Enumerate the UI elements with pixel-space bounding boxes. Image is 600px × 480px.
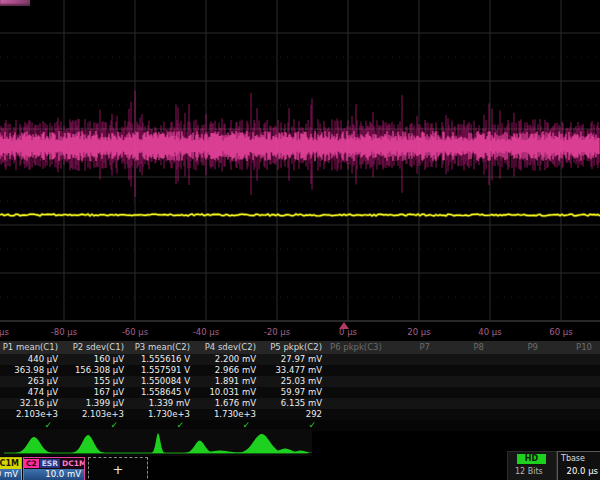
- hd-mode-badge: HD: [517, 454, 546, 464]
- time-tick-label: 20 µs: [407, 327, 430, 337]
- c1-coupling: DC1M: [0, 459, 19, 468]
- measurement-value-cell: [384, 376, 438, 387]
- measurement-stat-row: 263 µV155 µV1.550084 V1.891 mV25.03 mV: [0, 376, 600, 387]
- measurement-value-cell: 27.97 mV: [264, 354, 330, 365]
- measurement-value-cell: 160 µV: [66, 354, 132, 365]
- measurement-value-cell: [384, 354, 438, 365]
- c2-coupling: DC1M: [62, 459, 84, 468]
- measurement-header-p10[interactable]: P10: [546, 341, 600, 354]
- timebase-label: Tbase: [561, 454, 585, 463]
- measurement-value-cell: 1.891 mV: [198, 376, 264, 387]
- measurement-value-cell: 1.730e+3: [132, 409, 198, 420]
- time-tick-label: -100 µs: [0, 327, 9, 337]
- trigger-position-marker[interactable]: [339, 322, 349, 329]
- measurement-table: P1 mean(C1)P2 sdev(C1)P3 mean(C2)P4 sdev…: [0, 341, 600, 431]
- measurement-value-cell: [492, 354, 546, 365]
- time-tick-label: -80 µs: [51, 327, 77, 337]
- c1-title-row: C1 DC1M: [0, 458, 21, 469]
- measurement-value-cell: 1.555616 V: [132, 354, 198, 365]
- histicon-peak: [238, 434, 286, 453]
- timebase-descriptor[interactable]: Tbase 20.0 µs: [557, 451, 600, 480]
- measurement-header-p6[interactable]: P6 pkpk(C3): [330, 341, 384, 354]
- measurement-value-cell: [438, 354, 492, 365]
- measurement-value-cell: [438, 409, 492, 420]
- measurement-value-cell: [546, 409, 600, 420]
- measurement-value-cell: [546, 376, 600, 387]
- measurement-value-cell: 1.558645 V: [132, 387, 198, 398]
- measurement-value-cell: [330, 387, 384, 398]
- measurement-value-cell: [384, 387, 438, 398]
- bit-resolution: 12 Bits: [515, 467, 543, 476]
- measurement-value-cell: 6.135 mV: [264, 398, 330, 409]
- measurement-value-cell: [330, 376, 384, 387]
- measurement-header-p7[interactable]: P7: [384, 341, 438, 354]
- measurement-header-p4[interactable]: P4 sdev(C2): [198, 341, 264, 354]
- measurement-value-cell: [492, 376, 546, 387]
- measurement-stat-row: 2.103e+32.103e+31.730e+31.730e+3292: [0, 409, 600, 420]
- measurement-value-cell: 156.308 µV: [66, 365, 132, 376]
- measurement-value-cell: [492, 365, 546, 376]
- measurement-value-cell: [384, 398, 438, 409]
- measurement-header-p5[interactable]: P5 pkpk(C2): [264, 341, 330, 354]
- measurement-value-cell: [492, 398, 546, 409]
- measurement-value-cell: [492, 409, 546, 420]
- histicon-peak: [71, 435, 105, 453]
- measurement-stat-row: 474 µV167 µV1.558645 V10.031 mV59.97 mV: [0, 387, 600, 398]
- c2-label: C2: [24, 459, 39, 468]
- measurement-value-cell: 2.966 mV: [198, 365, 264, 376]
- measurement-header-p2[interactable]: P2 sdev(C1): [66, 341, 132, 354]
- measurement-value-cell: [330, 409, 384, 420]
- c2-title-row: C2 ESR DC1M: [24, 458, 84, 469]
- measurement-value-cell: [438, 398, 492, 409]
- measurement-value-cell: 1.730e+3: [198, 409, 264, 420]
- measurement-value-cell: 59.97 mV: [264, 387, 330, 398]
- measurement-value-cell: 2.200 mV: [198, 354, 264, 365]
- measurement-value-cell: [546, 387, 600, 398]
- measurement-value-cell: 25.03 mV: [264, 376, 330, 387]
- histicon-peak: [185, 441, 215, 453]
- measurement-value-cell: 292: [264, 409, 330, 420]
- time-tick-label: -60 µs: [122, 327, 148, 337]
- measurement-value-cell: [438, 376, 492, 387]
- add-trace-slot[interactable]: +: [88, 457, 148, 480]
- channel-c1-descriptor[interactable]: C1 DC1M 10.0 mV: [0, 457, 22, 480]
- measurement-value-cell: 2.103e+3: [0, 409, 66, 420]
- measurement-value-cell: 1.676 mV: [198, 398, 264, 409]
- measurement-value-cell: 167 µV: [66, 387, 132, 398]
- time-tick-label: 40 µs: [478, 327, 501, 337]
- acquisition-panel[interactable]: HD 12 Bits: [507, 451, 557, 480]
- measurement-header-p3[interactable]: P3 mean(C2): [132, 341, 198, 354]
- measurement-stat-row: 440 µV160 µV1.555616 V2.200 mV27.97 mV: [0, 354, 600, 365]
- oscilloscope-screen: -100 µs-80 µs-60 µs-40 µs-20 µs0 µs20 µs…: [0, 0, 600, 480]
- time-tick-label: -20 µs: [264, 327, 290, 337]
- c1-scale: 10.0 mV: [0, 469, 21, 480]
- measurement-value-cell: 363.98 µV: [0, 365, 66, 376]
- measurement-value-cell: 2.103e+3: [66, 409, 132, 420]
- measurement-value-cell: 33.477 mV: [264, 365, 330, 376]
- measurement-header-p8[interactable]: P8: [438, 341, 492, 354]
- measurement-header-p9[interactable]: P9: [492, 341, 546, 354]
- measurement-value-cell: [492, 387, 546, 398]
- measurement-value-cell: [546, 365, 600, 376]
- descriptor-bar: C1 DC1M 10.0 mV C2 ESR DC1M 10.0 mV + HD…: [0, 456, 600, 480]
- histicon-peak: [16, 437, 53, 453]
- waveform-plot[interactable]: [0, 0, 600, 322]
- measurement-value-cell: [546, 398, 600, 409]
- measurement-value-cell: 1.550084 V: [132, 376, 198, 387]
- timebase-value: 20.0 µs: [567, 466, 598, 476]
- channel-c2-descriptor[interactable]: C2 ESR DC1M 10.0 mV: [23, 457, 85, 480]
- measurement-value-cell: [438, 365, 492, 376]
- cropped-top-left-label: [0, 0, 30, 6]
- measurement-header-row: P1 mean(C1)P2 sdev(C1)P3 mean(C2)P4 sdev…: [0, 341, 600, 354]
- measurement-value-cell: [384, 365, 438, 376]
- histicon-peak: [152, 434, 165, 454]
- measurement-value-cell: 440 µV: [0, 354, 66, 365]
- measurement-value-cell: 10.031 mV: [198, 387, 264, 398]
- time-tick-label: -40 µs: [193, 327, 219, 337]
- measurement-histicons[interactable]: [0, 429, 312, 456]
- measurement-value-cell: [330, 354, 384, 365]
- measurement-value-cell: 32.16 µV: [0, 398, 66, 409]
- measurement-value-cell: 263 µV: [0, 376, 66, 387]
- measurement-header-p1[interactable]: P1 mean(C1): [0, 341, 66, 354]
- measurement-value-cell: 1.399 µV: [66, 398, 132, 409]
